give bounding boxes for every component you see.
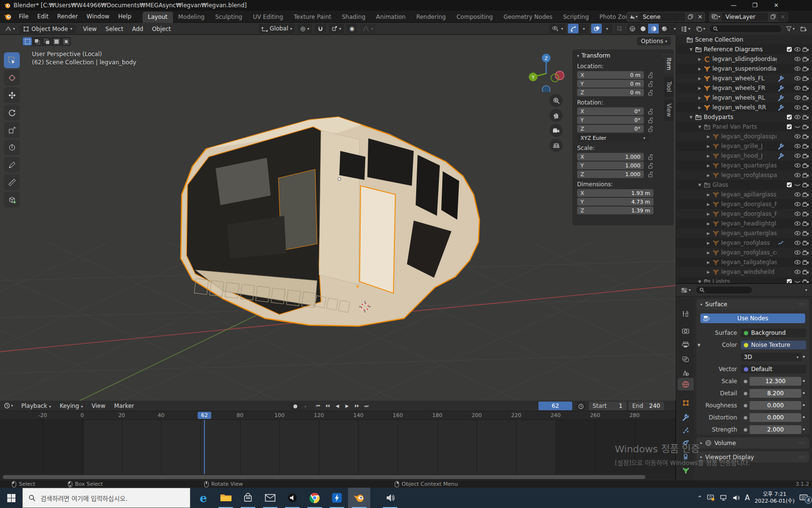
properties-options-button[interactable]: ▾ <box>803 287 809 293</box>
xray-toggle[interactable] <box>614 24 625 33</box>
expand-right-icon[interactable]: ▶ <box>705 202 711 207</box>
menu-file[interactable]: File <box>14 11 33 22</box>
select-mode-invert[interactable] <box>52 37 61 45</box>
expand-right-icon[interactable]: ▶ <box>705 241 711 245</box>
expand-down-icon[interactable]: ▼ <box>696 280 703 284</box>
expander-icon[interactable]: ▼ <box>697 343 700 347</box>
render-visibility-camera-icon[interactable] <box>801 163 810 168</box>
scale-x-field[interactable]: X1.000 <box>577 153 644 161</box>
expand-down-icon[interactable]: ▼ <box>688 47 694 52</box>
measure-tool[interactable] <box>4 174 20 190</box>
render-visibility-camera-icon[interactable] <box>801 260 810 265</box>
editor-type-button[interactable]: ▾ <box>3 25 17 33</box>
new-collection-button[interactable] <box>798 25 809 33</box>
lock-icon[interactable] <box>644 126 653 132</box>
eye-open-icon[interactable] <box>793 95 801 100</box>
properties-tab-modifiers[interactable] <box>678 411 694 423</box>
expand-right-icon[interactable]: ▶ <box>705 231 711 236</box>
render-visibility-camera-icon[interactable] <box>801 144 810 149</box>
frame-start-field[interactable]: Start1 <box>589 402 626 410</box>
eye-open-icon[interactable] <box>793 134 801 139</box>
eye-open-icon[interactable] <box>793 231 801 236</box>
sidebar-tab-item[interactable]: Item <box>664 53 674 75</box>
timeline-menu-view[interactable]: View <box>87 401 110 411</box>
properties-editor-type-button[interactable]: ▾ <box>679 286 693 294</box>
eye-open-icon[interactable] <box>793 115 801 120</box>
action-center-icon[interactable]: 4 <box>799 494 808 502</box>
render-visibility-camera-icon[interactable] <box>801 134 810 139</box>
render-visibility-camera-icon[interactable] <box>801 57 810 62</box>
lock-icon[interactable] <box>644 117 653 123</box>
navigation-gizmo[interactable]: Z Y <box>527 51 567 92</box>
outliner-row[interactable]: ▼Reference Diagrams <box>676 45 812 54</box>
render-visibility-camera-icon[interactable] <box>801 173 810 178</box>
sidebar-tab-tool[interactable]: Tool <box>664 77 674 96</box>
render-visibility-camera-icon[interactable] <box>801 86 810 91</box>
eye-open-icon[interactable] <box>793 47 801 52</box>
properties-tab-output[interactable] <box>678 338 694 351</box>
camera-view-icon[interactable] <box>550 124 563 137</box>
auto-key-record-button[interactable] <box>290 402 301 411</box>
collapsed-panel-viewport-display[interactable]: ▸Viewport Display∷∷ <box>696 451 809 463</box>
render-visibility-camera-icon[interactable] <box>801 192 810 197</box>
viewport-menu-view[interactable]: View <box>79 24 101 34</box>
location-z-field[interactable]: Z0 m <box>577 89 644 96</box>
viewport-menu-select[interactable]: Select <box>101 24 128 34</box>
collection-checkbox[interactable] <box>785 124 793 130</box>
workspace-tab-layout[interactable]: Layout <box>143 12 173 23</box>
outliner-row[interactable]: ▶legvan_doorglass_RL <box>676 209 812 219</box>
eye-open-icon[interactable] <box>793 221 801 226</box>
lock-icon[interactable] <box>644 72 653 78</box>
lock-icon[interactable] <box>644 81 653 87</box>
outliner-row[interactable]: ▶legvan_doorglass_FL <box>676 199 812 209</box>
eye-open-icon[interactable] <box>793 202 801 207</box>
outliner-row[interactable]: ▶legvan_suspensiondiagram <box>676 64 812 74</box>
lock-icon[interactable] <box>644 90 653 96</box>
workspace-tab-compositing[interactable]: Compositing <box>451 12 498 23</box>
property-number-field[interactable]: 12.300 <box>741 377 801 386</box>
expand-right-icon[interactable]: ▶ <box>705 173 711 178</box>
property-number-field[interactable]: 2.000 <box>741 425 801 434</box>
scene-selector[interactable]: ▾ Scene ✕ <box>626 12 705 22</box>
outliner-row[interactable]: ▶legvan_quarterglass_L <box>676 228 812 238</box>
eye-open-icon[interactable] <box>793 105 801 110</box>
location-x-field[interactable]: X0 m <box>577 71 644 79</box>
property-value-button[interactable]: Noise Texture <box>741 341 806 349</box>
modifier-wrench-icon[interactable] <box>777 85 785 91</box>
rotation-z-field[interactable]: Z0° <box>577 125 644 133</box>
outliner-search-input[interactable] <box>709 25 782 33</box>
properties-search-input[interactable] <box>696 286 753 294</box>
taskbar-app-store[interactable] <box>237 488 259 508</box>
taskbar-app-audio-app[interactable] <box>281 488 304 508</box>
outliner-row[interactable]: Scene Collection <box>676 35 812 45</box>
render-visibility-camera-icon[interactable] <box>801 105 810 110</box>
viewport-3d[interactable]: Options▾ User Perspective (Local) (62) S… <box>0 35 676 401</box>
render-visibility-camera-icon[interactable] <box>801 211 810 217</box>
timeline-ruler[interactable]: -200204060801001201401601802002202402602… <box>0 411 675 420</box>
expand-right-icon[interactable]: ▶ <box>705 164 711 168</box>
lock-icon[interactable] <box>644 108 653 115</box>
expand-right-icon[interactable]: ▶ <box>705 212 711 216</box>
eye-open-icon[interactable] <box>793 153 801 158</box>
playhead-frame-tag[interactable]: 62 <box>198 412 211 419</box>
lock-icon[interactable] <box>644 154 653 160</box>
workspace-tab-sculpting[interactable]: Sculpting <box>210 12 247 23</box>
expand-right-icon[interactable]: ▶ <box>705 260 711 265</box>
expand-down-icon[interactable]: ▼ <box>688 115 694 120</box>
property-value-button[interactable]: Default <box>741 365 806 374</box>
start-button[interactable] <box>0 488 22 508</box>
gizmos-toggle[interactable] <box>568 24 579 33</box>
auto-key-dropdown[interactable]: ▾ <box>302 402 309 411</box>
eye-open-icon[interactable] <box>793 211 801 216</box>
expand-right-icon[interactable]: ▶ <box>705 134 711 139</box>
visibility-dropdown[interactable]: ▾ <box>549 24 566 33</box>
rotation-y-field[interactable]: Y0° <box>577 116 644 124</box>
outliner-row[interactable]: ▶legvan_slidingdoordiagram <box>676 54 812 64</box>
prev-keyframe-button[interactable]: ⏴⏴ <box>323 402 333 410</box>
use-preview-range-toggle[interactable] <box>576 402 586 411</box>
outliner-filter-id-dropdown[interactable]: ▾ <box>694 25 707 33</box>
menu-edit[interactable]: Edit <box>33 11 53 22</box>
render-visibility-camera-icon[interactable] <box>801 182 810 188</box>
collection-checkbox[interactable] <box>785 279 793 284</box>
overlays-toggle[interactable] <box>591 24 602 33</box>
